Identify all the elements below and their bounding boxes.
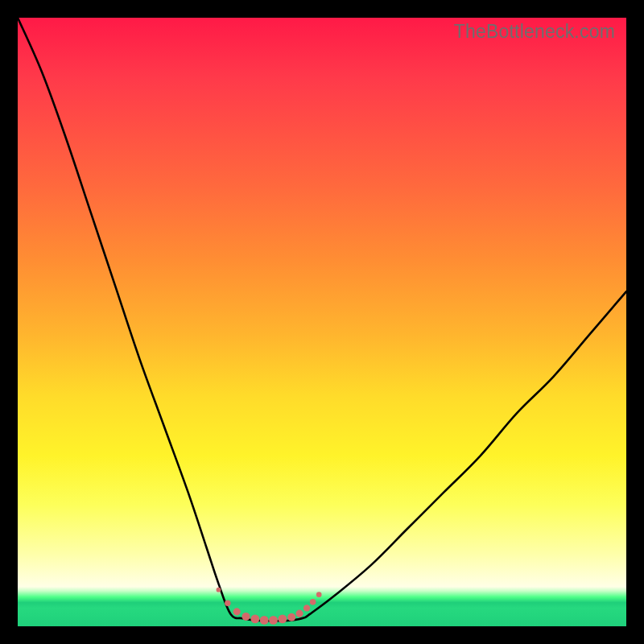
chart-frame: TheBottleneck.com (0, 0, 644, 644)
valley-marker (225, 601, 230, 606)
valley-marker (269, 616, 278, 625)
bottleneck-curve (18, 18, 626, 626)
plot-area: TheBottleneck.com (18, 18, 626, 626)
valley-marker (217, 588, 221, 592)
valley-marker (295, 610, 303, 617)
valley-marker (316, 592, 322, 597)
valley-marker (233, 608, 241, 615)
bottleneck-line (18, 18, 626, 621)
valley-marker (310, 599, 316, 605)
valley-marker (303, 605, 310, 611)
valley-marker (250, 615, 259, 624)
valley-marker (242, 613, 250, 621)
valley-marker (260, 616, 269, 625)
valley-marker (287, 613, 295, 621)
valley-marker (278, 615, 287, 624)
